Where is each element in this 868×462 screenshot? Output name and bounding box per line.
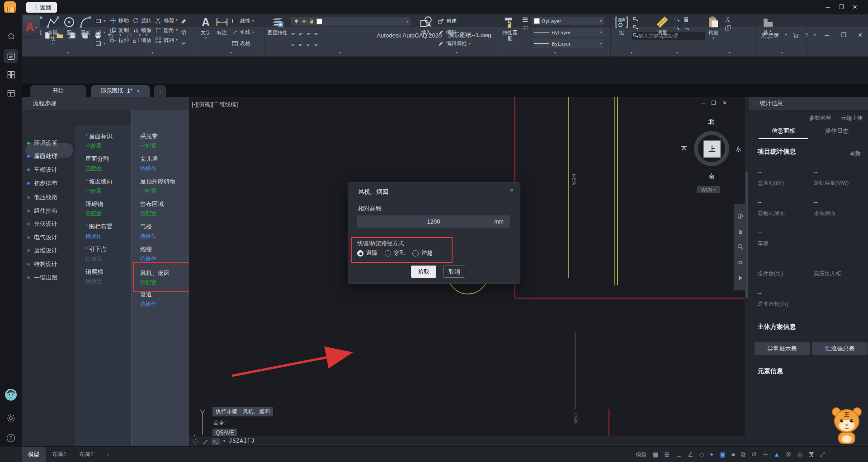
stage-电气设计[interactable]: 电气设计 (27, 232, 72, 243)
zoom-icon[interactable] (737, 243, 744, 250)
substep-禁布区域[interactable]: 禁布区域已配置 (140, 200, 189, 218)
calculator-icon[interactable] (683, 16, 689, 23)
stats-drag-handle-icon[interactable]: ⁞⁞ (753, 101, 757, 106)
view-cube-compass[interactable]: 上 北 西 东 南 (684, 121, 739, 176)
layer-state-icon[interactable] (314, 30, 320, 36)
steering-wheel-icon[interactable] (737, 213, 744, 219)
polar-icon[interactable]: ∠ (688, 451, 693, 458)
substep-屋面分割[interactable]: 屋面分割已配置 (85, 155, 139, 173)
minimize-icon[interactable]: ─ (821, 2, 835, 12)
tool-group[interactable]: 组 (613, 15, 630, 36)
stage-屋面处理[interactable]: 屋面处理 (27, 151, 72, 162)
copy-clip-icon[interactable] (725, 25, 731, 32)
tool-leader[interactable]: 引线▾ (231, 28, 254, 37)
layer-state-icon[interactable] (291, 41, 297, 47)
transparency-icon[interactable]: ⧉ (741, 451, 745, 458)
radio-circle-unchecked[interactable] (385, 250, 391, 257)
stage-组件排布[interactable]: 组件排布 (27, 205, 72, 216)
compass-north[interactable]: 北 (708, 118, 714, 126)
tool-circle[interactable]: 圆▾ (62, 15, 76, 40)
panel-draw-footer[interactable]: ▾ (27, 49, 107, 56)
isolate-icon[interactable]: ◎ (797, 451, 803, 458)
tool-cube[interactable] (180, 28, 187, 37)
grid-icon[interactable]: ▦ (652, 451, 658, 458)
tool-circle-dot[interactable]: ▾ (95, 28, 105, 37)
command-line-bar[interactable]: >_ ▾ JSZAIFJ (189, 436, 745, 446)
tab-start[interactable]: 开始 (30, 85, 86, 97)
count-icon[interactable] (683, 25, 689, 31)
modules-icon[interactable] (4, 67, 18, 82)
pan-hand-icon[interactable] (737, 228, 744, 235)
lineweight-icon[interactable] (522, 16, 528, 23)
layer-state-icon[interactable] (298, 41, 304, 47)
stage-运维设计[interactable]: 运维设计 (27, 245, 72, 256)
tool-linear[interactable]: 线性▾ (231, 16, 254, 26)
quick-select-icon[interactable] (674, 16, 680, 23)
home-icon[interactable] (4, 29, 18, 43)
panel-layers-footer[interactable]: ▾ (264, 49, 414, 56)
acad-close-icon[interactable]: ✕ (855, 30, 866, 40)
cycling-icon[interactable]: ↺ (751, 451, 757, 458)
tool-trim[interactable]: 修剪▾ (155, 16, 178, 25)
layout-boards-icon[interactable] (4, 86, 18, 100)
close-icon[interactable]: ✕ (848, 2, 862, 12)
group-select-icon[interactable] (632, 33, 639, 39)
tool-measure[interactable]: 测量▾ (654, 15, 671, 40)
elevation-value[interactable]: 1200 (357, 218, 510, 225)
stats-panel-header[interactable]: ⁞⁞ 统计信息 (749, 97, 868, 110)
acad-restore-icon[interactable]: ❐ (838, 30, 849, 40)
tool-belongs[interactable]: ∈ (180, 39, 187, 48)
substep-炮楼[interactable]: 炮楼待操作 (140, 245, 189, 263)
annotation-icon[interactable]: ▲ (774, 451, 780, 458)
substep-管道[interactable]: 管道待操作 (140, 290, 189, 308)
stats-tab-操作日志[interactable]: 操作日志 (812, 127, 862, 138)
layout-tab-布局1[interactable]: 布局1 (46, 447, 73, 462)
elevation-input[interactable]: 1200 mm (357, 215, 510, 228)
tool-move[interactable]: 移动 (110, 16, 129, 25)
tool-copy[interactable]: 复制 (110, 26, 129, 35)
compass-west[interactable]: 西 (681, 145, 687, 153)
osnap-icon[interactable]: ▣ (719, 451, 725, 458)
button-异常提示表[interactable]: 异常提示表 (755, 342, 810, 355)
layout-tab-布局2[interactable]: 布局2 (73, 447, 100, 462)
customize-icon[interactable] (202, 439, 208, 444)
radio-circle-checked[interactable] (357, 250, 363, 257)
tool-fillet[interactable]: 圆角▾ (155, 26, 178, 35)
layer-state-icon[interactable] (306, 41, 312, 47)
layer-state-icon[interactable] (298, 30, 304, 36)
substep-采光带[interactable]: 采光带已配置 (140, 132, 189, 150)
stage-初步排布[interactable]: 初步排布 (27, 178, 72, 189)
ortho-icon[interactable]: ∟ (675, 451, 682, 458)
stage-结构设计[interactable]: 结构设计 (27, 259, 72, 270)
cancel-button[interactable]: 取消 (443, 266, 465, 278)
compass-east[interactable]: 东 (736, 145, 741, 153)
tool-layer-properties[interactable]: 图层特性 (267, 15, 288, 36)
lineweight-icon[interactable]: ≡ (731, 451, 735, 458)
bylayer-dropdown-1[interactable]: ByLayer▾ (531, 28, 604, 37)
command-input[interactable]: JSZAIFJ (229, 438, 255, 444)
tool-rotate[interactable]: 旋转 (132, 16, 151, 25)
view-launcher-icon[interactable]: ⌟ (803, 51, 805, 56)
app-logo-icon[interactable] (4, 1, 16, 13)
viewport-restore-icon[interactable]: ❐ (711, 100, 716, 106)
dynamic-ucs-icon[interactable]: ⊹ (762, 451, 768, 458)
tool-hatch[interactable]: ▾ (95, 39, 105, 48)
showmotion-icon[interactable] (737, 275, 744, 281)
wcs-dropdown[interactable]: WCS▾ (697, 186, 720, 193)
panel-groups-footer[interactable]: ▾ (611, 49, 651, 56)
link-云端上传[interactable]: 云端上传 (841, 114, 863, 122)
tool-create-block[interactable]: 创建 (438, 16, 471, 26)
tool-scale[interactable]: 缩放 (132, 36, 151, 45)
application-menu-button[interactable]: A▾ (23, 15, 40, 39)
tool-stretch[interactable]: 拉伸 (110, 36, 129, 45)
panel-block-footer[interactable]: ▾ (414, 49, 498, 56)
settings-gear-icon[interactable] (4, 411, 18, 425)
stage-环境设置[interactable]: 环境设置 (27, 138, 72, 149)
ungroup-icon[interactable] (632, 16, 639, 23)
tool-polyline[interactable]: 多段线▾ (46, 15, 60, 46)
tool-dimension[interactable]: 标注 (215, 15, 229, 36)
command-caret-icon[interactable]: ▾ (223, 439, 225, 443)
tool-arc[interactable]: 圆弧▾ (79, 15, 92, 40)
acad-minimize-icon[interactable]: ─ (821, 30, 832, 40)
substep-障碍物[interactable]: 障碍物已配置 (85, 200, 139, 218)
